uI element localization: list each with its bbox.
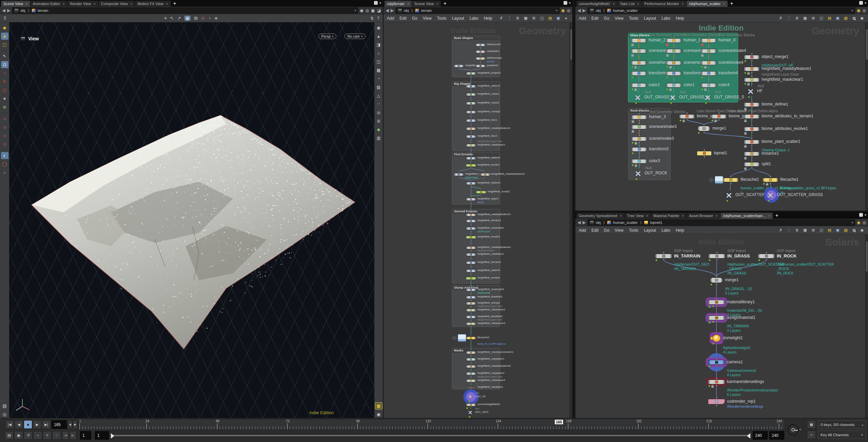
menu-view[interactable]: View [615,16,624,21]
menu-layout[interactable]: Layout [644,16,656,21]
snapshot-icon[interactable]: ◨ [375,41,382,48]
grid-icon[interactable]: ▦ [803,16,808,21]
path-dropdown-icon[interactable]: ▾ [556,9,558,12]
camera-selector[interactable]: No cam▾ [344,34,366,39]
forward-icon[interactable]: ▶ [391,8,394,13]
flipbook-icon[interactable]: ▲ [375,33,382,40]
breadcrumb-obj[interactable]: obj [404,8,409,13]
menu-tools[interactable]: Tools [437,16,447,21]
tab-animation-editor[interactable]: Animation Editor✕ [31,1,67,7]
menu-add[interactable]: Add [579,228,586,233]
human-scatter-network-editor[interactable]: Indie EditionGeometryGlass ElectraRock E… [575,22,865,211]
notes-icon[interactable]: ▤ [827,228,832,233]
frame-view-icon[interactable]: ◫ [375,58,382,65]
scale-tool-icon[interactable]: ◱ [1,87,8,94]
range-end-subfield[interactable]: 240 [769,431,784,440]
close-tab-icon[interactable]: ✕ [768,214,770,217]
playhead[interactable]: 165 [554,419,563,425]
select-arrow-icon[interactable]: ↖ [170,16,174,21]
range-start-field[interactable]: 1 [80,431,91,440]
pane-layout-icon[interactable] [374,1,378,5]
back-icon[interactable]: ◀ [577,8,581,13]
menu-help[interactable]: Help [676,228,684,233]
pane-layout-icon[interactable] [859,1,863,5]
menu-tools[interactable]: Tools [629,228,638,233]
box-icon[interactable]: ▧ [843,16,848,21]
pane-layout-icon[interactable] [859,213,863,217]
close-tab-icon[interactable]: ✕ [94,2,96,5]
close-tab-icon[interactable]: ✕ [612,2,615,5]
menu-help[interactable]: Help [484,16,492,21]
view-pin-icon[interactable]: ◉ [375,24,382,31]
breadcrumb-human_scatter[interactable]: human_scatter [613,8,638,13]
radial-menu-icon[interactable]: ◎ [567,8,570,13]
close-tab-icon[interactable]: ✕ [407,2,409,5]
split-icon[interactable]: ◫ [819,16,824,21]
path-field[interactable]: obj❯human_scatter▾ [588,7,855,14]
range-start-subfield[interactable]: 1 [95,431,109,440]
viewport[interactable]: ViewPersp▾No cam▾Indie Edition [9,22,374,418]
current-frame-field[interactable]: 165 [52,420,67,429]
tree-icon[interactable]: ⋮ [786,228,791,233]
quad-view-icon[interactable]: ▦ [375,402,382,409]
select-objects-icon[interactable]: ◈ [1,33,8,40]
tab--obj-human-scatter[interactable]: /obj/human_scatter✕ [687,1,728,7]
forward-icon[interactable]: ▶ [583,220,586,225]
timeline-ruler[interactable]: 124487296120144168192216240 [79,419,785,430]
radial-menu-icon[interactable]: ◎ [863,8,866,13]
display-options-icon[interactable]: ◎ [1,411,8,418]
image-icon[interactable]: ▣ [835,16,840,21]
notes-icon[interactable]: ▤ [827,16,832,21]
render-region-icon[interactable]: ◯ [1,160,8,168]
tab-performance-monitor[interactable]: Performance Monitor✕ [642,1,686,7]
persp-selector[interactable]: Persp▾ [318,34,336,39]
menu-edit[interactable]: Edit [591,16,598,21]
tile-icon[interactable]: ⊞ [531,16,536,21]
list-icon[interactable]: ≣ [794,228,800,233]
stop-button[interactable]: ■ [24,420,32,429]
color-settings-icon[interactable]: ▩ [807,420,816,429]
tab-tree-view[interactable]: Tree View✕ [625,213,651,219]
menu-labs[interactable]: Labs [662,16,670,21]
translate-handle-icon[interactable]: ↗ [177,16,181,21]
stow-icon[interactable]: ▣ [371,8,375,13]
close-tab-icon[interactable]: ✕ [646,214,648,217]
menu-layout[interactable]: Layout [452,16,464,21]
breadcrumb-terrain[interactable]: terrain [38,8,48,13]
anim-options-icon[interactable]: ∵ [52,431,61,440]
tab-motion-fx-view[interactable]: Motion FX View✕ [135,1,171,7]
select-geometry-icon[interactable]: ▢ [1,41,8,48]
key-options-icon[interactable]: ▾ [800,428,801,431]
network-box-masks[interactable]: Masks [452,348,500,389]
notes-icon[interactable]: ▤ [548,16,553,21]
range-start-button[interactable]: |◀ [62,431,69,440]
home-view-icon[interactable]: ⌂ [375,50,382,57]
update-mode-icon[interactable]: ◉ [857,8,860,13]
step-forward-button[interactable]: ▶ [73,420,77,429]
pane-menu-icon[interactable]: ▾ [379,1,381,5]
display-set-icon[interactable]: ◪ [377,8,381,13]
zoom-region-icon[interactable]: ⊞ [194,16,198,21]
snap-options-icon[interactable]: ∗ [214,16,218,21]
tab--obj-human-scatter-lopn-[interactable]: /obj/human_scatter/lopn...✕ [721,213,773,219]
path-field[interactable]: obj❯terrain▾ [12,7,358,14]
path-dropdown-icon[interactable]: ▾ [852,221,853,224]
step-back-button[interactable]: ◀ [68,420,72,429]
radial-menu-icon[interactable]: ◎ [366,8,369,13]
bypass-badge[interactable]: – [709,178,713,182]
pane-menu-icon[interactable]: ▾ [865,213,866,217]
wireframe-icon[interactable]: ▧ [375,83,382,91]
breadcrumb-obj[interactable]: obj [596,220,601,225]
menu-labs[interactable]: Labs [662,228,670,233]
snap-grid-icon[interactable]: ∪ [1,115,8,122]
menu-view[interactable]: View [615,228,624,233]
render-view-icon[interactable]: ◐ [1,152,8,159]
new-tab-button[interactable]: + [171,1,178,6]
range-slider-handle[interactable] [111,433,114,439]
handles-tool-icon[interactable]: ∗ [1,95,8,102]
cache-icon[interactable]: ↺ [24,431,33,440]
path-field[interactable]: obj❯terrain▾ [396,7,559,14]
new-tab-button[interactable]: + [441,1,449,6]
channel-scope-icon[interactable]: ≈ [807,430,816,439]
update-mode-icon[interactable]: ◉ [857,220,860,225]
